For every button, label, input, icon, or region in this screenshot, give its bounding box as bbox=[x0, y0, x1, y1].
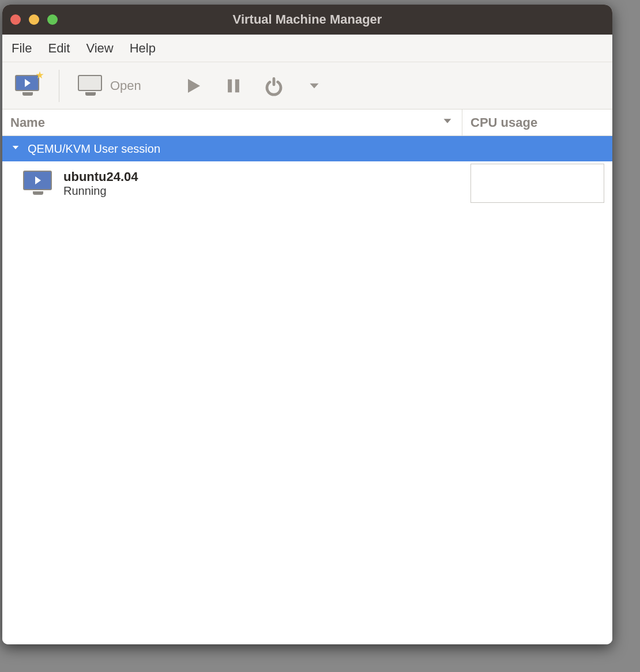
menu-file[interactable]: File bbox=[12, 41, 32, 56]
menu-help[interactable]: Help bbox=[130, 41, 156, 56]
vm-state: Running bbox=[63, 184, 138, 198]
vm-icon bbox=[23, 171, 53, 196]
toolbar: Open bbox=[2, 62, 612, 110]
power-menu-button[interactable] bbox=[297, 69, 332, 103]
open-button[interactable]: Open bbox=[72, 69, 147, 103]
menu-edit[interactable]: Edit bbox=[48, 41, 70, 56]
toolbar-separator bbox=[59, 70, 59, 102]
play-icon bbox=[183, 75, 204, 96]
svg-rect-1 bbox=[235, 79, 239, 92]
new-vm-button[interactable] bbox=[9, 69, 46, 103]
column-cpu-label: CPU usage bbox=[470, 115, 537, 130]
window-close-button[interactable] bbox=[10, 14, 21, 25]
run-button[interactable] bbox=[176, 69, 210, 103]
vm-list: QEMU/KVM User session ubuntu24.04 Runnin… bbox=[2, 136, 612, 644]
connection-row[interactable]: QEMU/KVM User session bbox=[2, 136, 612, 161]
pause-button[interactable] bbox=[216, 69, 251, 103]
window-title: Virtual Machine Manager bbox=[2, 12, 612, 27]
menu-view[interactable]: View bbox=[86, 41, 113, 56]
power-button[interactable] bbox=[257, 69, 291, 103]
column-cpu[interactable]: CPU usage bbox=[462, 110, 612, 135]
pause-icon bbox=[224, 76, 243, 96]
titlebar[interactable]: Virtual Machine Manager bbox=[2, 5, 612, 35]
chevron-down-icon bbox=[307, 78, 322, 93]
sort-indicator-icon bbox=[441, 115, 454, 131]
connection-label: QEMU/KVM User session bbox=[28, 142, 160, 156]
window-maximize-button[interactable] bbox=[47, 14, 58, 25]
svg-rect-0 bbox=[228, 79, 232, 92]
column-name-label: Name bbox=[10, 115, 45, 130]
menubar: File Edit View Help bbox=[2, 35, 612, 62]
column-headers: Name CPU usage bbox=[2, 110, 612, 136]
new-vm-icon bbox=[15, 75, 40, 97]
window-minimize-button[interactable] bbox=[29, 14, 39, 25]
open-label: Open bbox=[110, 78, 141, 93]
cpu-usage-graph bbox=[470, 164, 604, 203]
column-name[interactable]: Name bbox=[2, 110, 462, 135]
traffic-lights bbox=[10, 14, 58, 25]
power-icon bbox=[263, 75, 284, 96]
vm-row[interactable]: ubuntu24.04 Running bbox=[2, 161, 612, 205]
vm-name: ubuntu24.04 bbox=[63, 169, 138, 184]
expand-icon bbox=[10, 142, 21, 156]
monitor-icon bbox=[78, 75, 103, 97]
app-window: Virtual Machine Manager File Edit View H… bbox=[2, 5, 612, 644]
